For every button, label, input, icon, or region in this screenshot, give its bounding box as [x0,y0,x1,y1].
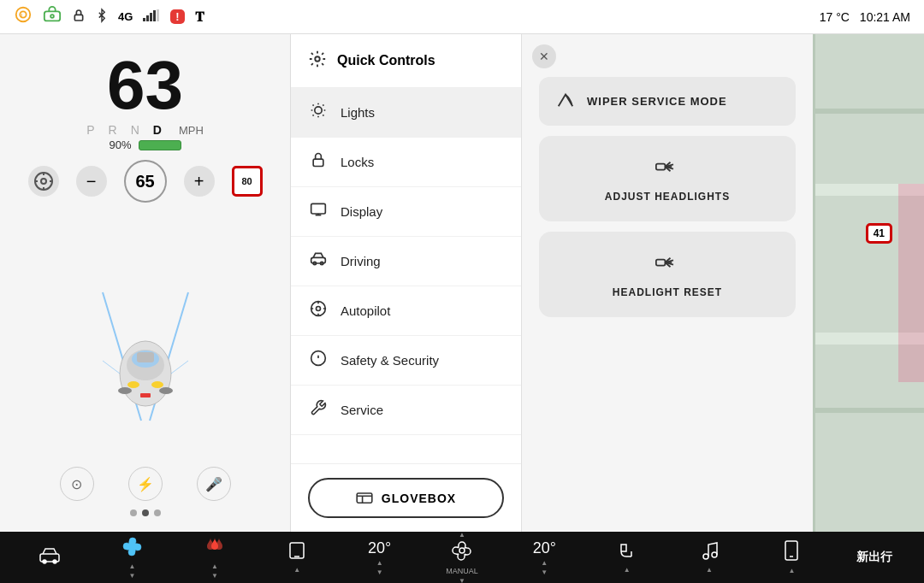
svg-rect-10 [157,9,159,21]
svg-point-34 [317,307,321,311]
headlight-reset-icon [655,250,679,278]
adjust-headlights-button[interactable]: ADJUST HEADLIGHTS [539,136,796,221]
svg-rect-29 [311,203,326,214]
svg-rect-9 [153,10,156,21]
autopilot-speed: 65 [124,160,167,203]
lightning-icon[interactable]: ⚡ [128,467,163,501]
status-bar-right: 17 °C 10:21 AM [820,10,910,24]
svg-rect-36 [357,493,372,503]
svg-text:!: ! [21,12,22,20]
bottom-temp-left[interactable]: 20° ▲ ▼ [354,539,406,576]
battery-percent: 90% [109,138,131,151]
music-chevron-up: ▲ [706,566,713,574]
bottom-climate-button[interactable]: ▲ ▼ [107,536,158,580]
bottom-car-button[interactable] [24,547,75,568]
headlight-reset-label: HEADLIGHT RESET [613,286,722,298]
svg-point-0 [16,8,31,22]
autopilot-status-icon [43,6,62,28]
climate-chevron-up: ▲ [129,562,136,570]
locks-icon [308,151,329,173]
adjust-headlights-label: ADJUST HEADLIGHTS [605,191,730,203]
bottom-ac-button[interactable]: ▲ MANUAL ▼ [436,531,488,584]
bottom-mobile-button[interactable]: ▲ [766,540,817,574]
svg-rect-20 [140,393,151,398]
bottom-phone-button[interactable]: ▲ [271,541,323,574]
bottom-temp-right[interactable]: 20° ▲ ▼ [518,539,570,576]
steering-wheel-icon [28,166,59,197]
bottom-heat-button[interactable]: ▲ ▼ [189,536,240,580]
mobile-chevron-up: ▲ [788,567,795,574]
svg-rect-43 [656,260,666,266]
headlight-reset-button[interactable]: HEADLIGHT RESET [539,232,796,317]
temp-left-chevron-up: ▲ [376,559,383,567]
qc-item-service[interactable]: Service [291,386,521,435]
main-area: 63 P R N D MPH 90% − 65 + 80 [0,34,924,532]
tesla-logo-icon: 𝐓 [195,9,204,25]
qc-item-autopilot[interactable]: Autopilot [291,286,521,336]
close-panel-button[interactable]: ✕ [532,44,556,68]
left-panel: 63 P R N D MPH 90% − 65 + 80 [0,34,291,532]
mobile-icon [785,540,798,565]
svg-rect-37 [656,164,666,170]
svg-line-25 [171,361,188,374]
increase-speed-button[interactable]: + [184,166,215,197]
camera-icon[interactable]: ⊙ [60,467,94,501]
quick-controls-title: Quick Controls [337,53,435,68]
climate-chevron-down: ▼ [129,572,136,580]
glovebox-button[interactable]: GLOVEBOX [308,478,504,518]
svg-point-27 [315,107,322,114]
svg-line-24 [103,361,120,374]
bluetooth-icon [96,8,108,26]
quick-controls-panel: Quick Controls Lights [291,34,522,532]
car-visualization [0,203,290,467]
qc-item-safety[interactable]: Safety & Security [291,336,521,386]
ac-mode-label: MANUAL [446,567,478,575]
dot-3[interactable] [154,509,161,516]
bottom-seat-button[interactable]: ▲ [601,541,653,574]
bottom-bar: ▲ ▼ ▲ ▼ ▲ 20° ▲ ▼ ▲ [0,532,924,583]
dot-1[interactable] [130,509,137,516]
alert-icon: ! [170,9,184,24]
battery-bar [139,140,181,150]
temp-right-chevron-up: ▲ [541,559,548,567]
gear-r[interactable]: R [109,123,117,137]
car-icon [38,547,61,568]
temperature-display: 17 °C [820,10,850,24]
glovebox-label: GLOVEBOX [382,492,456,505]
gear-p[interactable]: P [86,123,94,137]
wiper-icon [556,91,575,112]
bottom-music-button[interactable]: ▲ [684,541,735,574]
status-bar: ! 4G [0,0,924,34]
phone-icon [288,541,305,564]
bottom-controls: ⊙ ⚡ 🎤 [60,467,231,501]
mph-label: MPH [179,124,204,137]
lights-panel: ✕ WIPER SERVICE MODE [522,34,813,532]
driving-icon [308,250,329,272]
speed-limit-value: 80 [241,176,252,186]
svg-rect-8 [150,13,152,21]
qc-item-driving[interactable]: Driving [291,237,521,286]
mic-icon[interactable]: 🎤 [197,467,231,501]
dot-2[interactable] [142,509,149,516]
svg-point-51 [53,560,56,563]
gear-n[interactable]: N [131,123,139,137]
bottom-brand-button[interactable]: 新出行 [849,550,900,565]
qc-item-lights[interactable]: Lights [291,88,521,138]
svg-rect-5 [74,15,82,21]
quick-controls-footer: GLOVEBOX [291,463,521,532]
driving-label: Driving [341,254,381,268]
service-label: Service [341,403,383,417]
map-highlight [898,184,924,383]
seat-icon [618,541,637,564]
wiper-service-mode-button[interactable]: WIPER SERVICE MODE [539,77,796,126]
heat-chevron-up: ▲ [211,562,218,570]
decrease-speed-button[interactable]: − [76,166,107,197]
svg-point-50 [43,560,46,563]
temp-right-value: 20° [533,539,556,557]
qc-item-locks[interactable]: Locks [291,138,521,187]
signal-bars-icon [143,9,160,25]
heat-icon [204,536,225,561]
qc-item-display[interactable]: Display [291,187,521,237]
gear-d[interactable]: D [153,123,162,137]
heat-chevron-down: ▼ [211,572,218,580]
